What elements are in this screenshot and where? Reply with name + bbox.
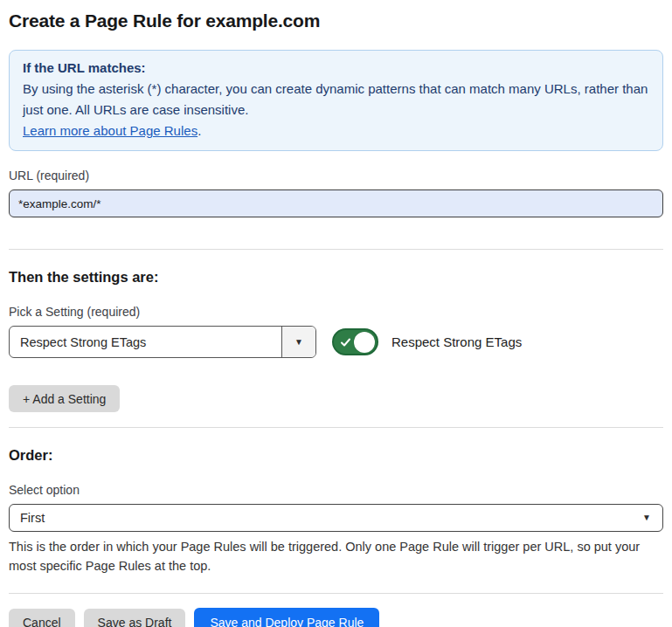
info-box-heading: If the URL matches:	[23, 58, 649, 79]
setting-toggle-label: Respect Strong ETags	[391, 334, 522, 349]
url-match-info-box: If the URL matches: By using the asteris…	[9, 50, 663, 151]
cancel-button[interactable]: Cancel	[9, 609, 75, 627]
order-heading: Order:	[9, 446, 663, 464]
chevron-down-icon: ▼	[294, 338, 303, 347]
toggle-knob	[354, 332, 375, 353]
setting-select[interactable]: Respect Strong ETags ▼	[9, 326, 316, 358]
pick-setting-label: Pick a Setting (required)	[9, 305, 663, 320]
check-icon	[340, 336, 351, 348]
save-deploy-button[interactable]: Save and Deploy Page Rule	[194, 608, 379, 627]
divider	[9, 593, 663, 594]
chevron-down-icon: ▼	[642, 513, 662, 522]
info-link-line: Learn more about Page Rules.	[23, 121, 649, 141]
footer-actions: Cancel Save as Draft Save and Deploy Pag…	[9, 608, 663, 627]
setting-select-arrow-button[interactable]: ▼	[281, 327, 315, 357]
create-page-rule-form: Create a Page Rule for example.com If th…	[0, 0, 672, 627]
url-input[interactable]	[9, 189, 663, 217]
divider	[9, 249, 663, 250]
order-select[interactable]: First ▼	[9, 504, 663, 532]
select-option-label: Select option	[9, 483, 663, 498]
setting-toggle[interactable]	[332, 328, 378, 355]
info-box-body: By using the asterisk (*) character, you…	[23, 79, 649, 121]
settings-heading: Then the settings are:	[9, 268, 663, 286]
link-suffix: .	[197, 123, 201, 138]
order-help-text: This is the order in which your Page Rul…	[9, 537, 663, 575]
setting-row: Respect Strong ETags ▼ Respect Strong ET…	[9, 326, 663, 358]
divider	[9, 427, 663, 428]
url-label: URL (required)	[9, 169, 663, 183]
order-select-value: First	[10, 511, 642, 525]
save-draft-button[interactable]: Save as Draft	[84, 609, 186, 627]
setting-select-value: Respect Strong ETags	[10, 327, 281, 357]
add-setting-button[interactable]: + Add a Setting	[9, 385, 120, 412]
learn-more-link[interactable]: Learn more about Page Rules	[23, 123, 197, 138]
page-title: Create a Page Rule for example.com	[9, 10, 663, 32]
